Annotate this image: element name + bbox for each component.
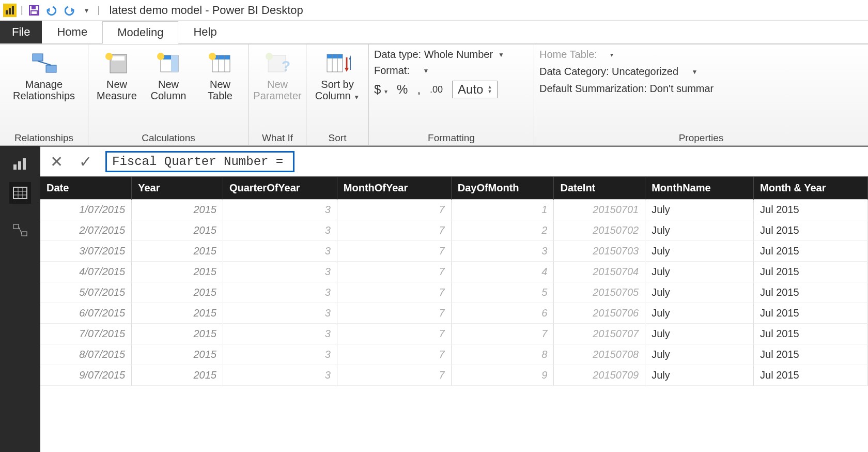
view-rail-lower (0, 177, 40, 452)
column-header-monthname[interactable]: MonthName (645, 177, 754, 200)
percent-button[interactable]: % (397, 82, 408, 97)
sort-icon (324, 50, 351, 77)
redo-button[interactable] (63, 4, 76, 17)
qat-customize-button[interactable]: ▾ (80, 4, 94, 17)
table-row[interactable]: 5/07/2015201537520150705JulyJul 2015 (40, 282, 868, 303)
cell-monthofyear: 7 (337, 262, 451, 282)
cell-monthname: July (645, 365, 754, 386)
table-row[interactable]: 3/07/2015201537320150703JulyJul 2015 (40, 241, 868, 262)
cell-monthname: July (645, 282, 754, 303)
data-category-dropdown[interactable]: Data Category: Uncategorized ▼ (539, 66, 714, 78)
table-row[interactable]: 6/07/2015201537620150706JulyJul 2015 (40, 303, 868, 324)
redo-icon (63, 5, 75, 16)
chevron-down-icon: ▾ (384, 88, 388, 95)
svg-rect-9 (46, 65, 56, 72)
table-row[interactable]: 8/07/2015201537820150708JulyJul 2015 (40, 344, 868, 365)
column-header-quarter[interactable]: QuarterOfYear (223, 177, 337, 200)
sort-by-column-button[interactable]: Sort by Column ▼ (312, 47, 363, 101)
stepper-down-icon[interactable]: ▼ (487, 89, 492, 94)
tab-modeling[interactable]: Modeling (102, 21, 178, 44)
ribbon-group-formatting: Data type: Whole Number▼ Format: ▼ $ ▾ %… (369, 44, 534, 145)
report-view-button[interactable] (9, 153, 31, 175)
cell-quarter: 3 (223, 324, 337, 344)
new-table-button[interactable]: New Table (197, 47, 243, 101)
table-row[interactable]: 4/07/2015201537420150704JulyJul 2015 (40, 262, 868, 282)
table-header-row: Date Year QuarterOfYear MonthOfYear DayO… (40, 177, 868, 200)
decimal-places-stepper[interactable]: Auto ▲ ▼ (452, 81, 498, 98)
tab-help[interactable]: Help (178, 21, 231, 43)
table-row[interactable]: 7/07/2015201537720150707JulyJul 2015 (40, 324, 868, 344)
default-summarization-dropdown[interactable]: Default Summarization: Don't summar (539, 83, 714, 95)
ribbon-group-calculations: New Measure New Column New Table Calcula… (88, 44, 249, 145)
cell-date: 2/07/2015 (40, 220, 132, 241)
svg-rect-42 (13, 224, 19, 229)
cell-quarter: 3 (223, 200, 337, 220)
svg-marker-31 (345, 68, 349, 72)
data-type-dropdown[interactable]: Data type: Whole Number▼ (374, 49, 504, 61)
cell-dateint: 20150702 (554, 220, 645, 241)
cell-date: 9/07/2015 (40, 365, 132, 386)
cell-dayofmonth: 7 (451, 324, 554, 344)
svg-rect-5 (31, 11, 37, 14)
decimal-button[interactable]: .00 (430, 84, 443, 95)
cell-monthname: July (645, 241, 754, 262)
cell-dayofmonth: 1 (451, 200, 554, 220)
cell-year: 2015 (132, 365, 223, 386)
column-header-monthofyear[interactable]: MonthOfYear (337, 177, 451, 200)
cell-dateint: 20150705 (554, 282, 645, 303)
ribbon: Manage Relationships Relationships New M… (0, 44, 868, 146)
model-view-button[interactable] (9, 219, 31, 241)
new-column-button[interactable]: New Column (145, 47, 192, 101)
cell-quarter: 3 (223, 303, 337, 324)
cell-monthofyear: 7 (337, 303, 451, 324)
cell-monthyear: Jul 2015 (754, 200, 868, 220)
cell-dateint: 20150701 (554, 200, 645, 220)
cell-year: 2015 (132, 324, 223, 344)
cell-date: 7/07/2015 (40, 324, 132, 344)
svg-rect-27 (327, 54, 343, 58)
cell-dayofmonth: 3 (451, 241, 554, 262)
table-row[interactable]: 2/07/2015201537220150702JulyJul 2015 (40, 220, 868, 241)
svg-point-13 (105, 53, 113, 60)
cell-year: 2015 (132, 200, 223, 220)
column-header-year[interactable]: Year (132, 177, 223, 200)
chevron-down-icon: ▼ (498, 51, 504, 58)
save-button[interactable] (27, 4, 41, 17)
close-icon: ✕ (50, 153, 63, 170)
cell-monthname: July (645, 262, 754, 282)
column-header-dateint[interactable]: DateInt (554, 177, 645, 200)
cell-dateint: 20150709 (554, 365, 645, 386)
thousands-button[interactable]: , (417, 82, 421, 97)
cell-monthyear: Jul 2015 (754, 282, 868, 303)
svg-rect-8 (33, 54, 43, 61)
undo-button[interactable] (45, 4, 58, 17)
table-row[interactable]: 1/07/2015201537120150701JulyJul 2015 (40, 200, 868, 220)
data-view-button[interactable] (9, 182, 31, 204)
cell-date: 5/07/2015 (40, 282, 132, 303)
main-area: Date Year QuarterOfYear MonthOfYear DayO… (0, 177, 868, 452)
separator: | (98, 5, 100, 16)
bar-chart-icon (12, 157, 28, 171)
svg-marker-33 (349, 55, 351, 59)
cell-year: 2015 (132, 220, 223, 241)
formula-input[interactable] (112, 155, 288, 169)
column-header-monthyear[interactable]: Month & Year (754, 177, 868, 200)
format-dropdown[interactable]: Format: ▼ (374, 65, 504, 77)
formula-bar-row: ✕ ✓ (0, 146, 868, 177)
commit-formula-button[interactable]: ✓ (76, 153, 94, 171)
new-measure-button[interactable]: New Measure (94, 47, 140, 101)
manage-relationships-button[interactable]: Manage Relationships (5, 47, 83, 101)
currency-button[interactable]: $ ▾ (374, 82, 388, 97)
cell-monthyear: Jul 2015 (754, 262, 868, 282)
group-label-sort: Sort (312, 131, 363, 144)
column-header-date[interactable]: Date (40, 177, 132, 200)
cell-monthyear: Jul 2015 (754, 241, 868, 262)
tab-home[interactable]: Home (42, 21, 102, 43)
data-grid[interactable]: Date Year QuarterOfYear MonthOfYear DayO… (40, 177, 868, 452)
cell-dateint: 20150706 (554, 303, 645, 324)
cancel-formula-button[interactable]: ✕ (48, 153, 65, 171)
group-label-properties: Properties (539, 131, 863, 144)
table-row[interactable]: 9/07/2015201537920150709JulyJul 2015 (40, 365, 868, 386)
column-header-dayofmonth[interactable]: DayOfMonth (451, 177, 554, 200)
tab-file[interactable]: File (0, 21, 42, 43)
